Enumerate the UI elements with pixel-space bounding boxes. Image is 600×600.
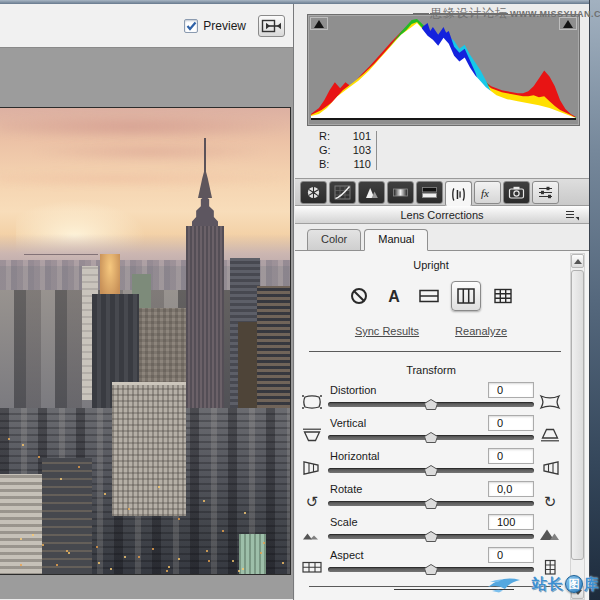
histogram-baseline bbox=[311, 118, 576, 120]
horizontal-value-input[interactable] bbox=[488, 448, 534, 464]
panel-title: Lens Corrections bbox=[400, 209, 483, 221]
photo-building bbox=[0, 474, 42, 575]
shadow-clipping-button[interactable] bbox=[310, 17, 328, 30]
rotate-slider-thumb[interactable] bbox=[424, 498, 439, 511]
histogram-plot-wrap bbox=[311, 19, 576, 118]
preview-checkbox-box[interactable] bbox=[184, 19, 198, 33]
scrollbar-thumb[interactable] bbox=[571, 270, 584, 560]
histogram-plot bbox=[311, 19, 576, 118]
panel-scrollbar[interactable] bbox=[570, 253, 585, 600]
distortion-label: Distortion bbox=[328, 384, 376, 396]
tab-color[interactable]: Color bbox=[307, 229, 361, 251]
vertical-slider-row: Vertical bbox=[299, 414, 563, 442]
distortion-slider-row: Distortion bbox=[299, 381, 563, 409]
watermark-flame-icon bbox=[486, 572, 532, 596]
photo-lit-tower bbox=[100, 254, 120, 298]
scroll-up-button[interactable] bbox=[571, 254, 584, 268]
preview-checkbox[interactable]: Preview bbox=[184, 19, 246, 33]
upright-off-button[interactable] bbox=[346, 283, 372, 309]
b-label: B: bbox=[319, 157, 337, 171]
horizontal-slider-row: Horizontal bbox=[299, 447, 563, 475]
panel-icon-strip: fx bbox=[295, 178, 589, 206]
horizontal-track[interactable] bbox=[328, 465, 534, 476]
rotate-track[interactable] bbox=[328, 498, 534, 509]
split-toning-panel-icon[interactable] bbox=[416, 181, 443, 204]
rotate-ccw-icon bbox=[299, 495, 325, 509]
lens-corrections-panel-icon[interactable] bbox=[445, 181, 472, 207]
detail-panel-icon[interactable] bbox=[358, 181, 385, 204]
sync-results-link[interactable]: Sync Results bbox=[355, 325, 419, 337]
rgb-divider bbox=[376, 131, 377, 170]
aspect-label: Aspect bbox=[328, 549, 364, 561]
aspect-slider: Aspect bbox=[325, 546, 537, 575]
presets-panel-icon[interactable] bbox=[532, 181, 559, 204]
panel-header: Lens Corrections bbox=[295, 206, 589, 224]
vertical-label: Vertical bbox=[328, 417, 366, 429]
watermark-text-2: 库 bbox=[584, 575, 600, 594]
rotate-slider-row: Rotate bbox=[299, 480, 563, 508]
keystone-bottom-icon bbox=[537, 427, 563, 443]
pincushion-distortion-icon bbox=[537, 394, 563, 410]
level-icon bbox=[418, 287, 440, 305]
aspect-slider-row: Aspect bbox=[299, 546, 563, 574]
upright-level-button[interactable] bbox=[416, 283, 442, 309]
histogram[interactable] bbox=[307, 14, 580, 126]
watermark-text-1: 站长 bbox=[532, 575, 564, 594]
svg-text:A: A bbox=[388, 288, 400, 305]
fullscreen-toggle-icon bbox=[261, 18, 282, 34]
panel-menu-button[interactable] bbox=[565, 209, 579, 223]
upright-options: A bbox=[299, 279, 563, 313]
rotate-value-input[interactable] bbox=[488, 481, 534, 497]
preview-image[interactable] bbox=[0, 107, 291, 575]
aspect-value-input[interactable] bbox=[488, 547, 534, 563]
basic-panel-icon[interactable] bbox=[300, 181, 327, 204]
photo-building bbox=[42, 458, 92, 575]
empire-state-shaft bbox=[186, 226, 224, 416]
tone-curve-panel-icon[interactable] bbox=[329, 181, 356, 204]
scale-track[interactable] bbox=[328, 531, 534, 542]
aspect-slider-thumb[interactable] bbox=[424, 564, 439, 577]
check-icon bbox=[186, 21, 197, 31]
manual-tab-content: Upright A Sync Results bbox=[295, 251, 589, 600]
keystone-right-icon bbox=[537, 460, 563, 476]
upright-auto-button[interactable]: A bbox=[381, 283, 407, 309]
horizontal-slider-thumb[interactable] bbox=[424, 465, 439, 478]
preview-workspace bbox=[0, 48, 293, 599]
scale-slider-thumb[interactable] bbox=[424, 531, 439, 544]
arrow-up-icon bbox=[574, 259, 582, 264]
distortion-slider-thumb[interactable] bbox=[424, 399, 439, 412]
lens-tabs: Color Manual bbox=[295, 224, 589, 251]
r-value: 101 bbox=[337, 129, 371, 143]
tab-manual[interactable]: Manual bbox=[364, 229, 428, 251]
toggle-fullscreen-button[interactable] bbox=[258, 15, 285, 37]
keystone-top-icon bbox=[299, 427, 325, 443]
r-label: R: bbox=[319, 129, 337, 143]
photo-window-lights bbox=[20, 538, 22, 540]
vertical-value-input[interactable] bbox=[488, 415, 534, 431]
watermark-url-text: WWW.MISSYUAN.COM bbox=[510, 9, 600, 19]
preview-label: Preview bbox=[203, 19, 246, 33]
rotate-slider: Rotate bbox=[325, 480, 537, 509]
transform-title: Transform bbox=[299, 364, 563, 376]
shadow-clipping-icon bbox=[314, 20, 324, 28]
upright-vertical-button[interactable] bbox=[451, 281, 481, 311]
photo-cloud bbox=[0, 114, 291, 140]
scale-up-icon bbox=[537, 526, 563, 542]
vertical-slider: Vertical bbox=[325, 414, 537, 443]
distortion-value-input[interactable] bbox=[488, 382, 534, 398]
scale-value-input[interactable] bbox=[488, 514, 534, 530]
distortion-track[interactable] bbox=[328, 399, 534, 410]
reanalyze-link[interactable]: Reanalyze bbox=[455, 325, 507, 337]
rotate-label: Rotate bbox=[328, 483, 362, 495]
aspect-wide-icon bbox=[299, 559, 325, 575]
vertical-slider-thumb[interactable] bbox=[424, 432, 439, 445]
upright-full-button[interactable] bbox=[490, 283, 516, 309]
camera-calibration-panel-icon[interactable] bbox=[503, 181, 530, 204]
hsl-grayscale-panel-icon[interactable] bbox=[387, 181, 414, 204]
effects-panel-icon[interactable]: fx bbox=[474, 181, 501, 204]
site-watermark-bottom: 站长 图 库 bbox=[486, 572, 600, 596]
upright-links: Sync Results Reanalyze bbox=[299, 325, 563, 337]
vertical-track[interactable] bbox=[328, 432, 534, 443]
photo-building bbox=[112, 382, 186, 516]
horizontal-label: Horizontal bbox=[328, 450, 380, 462]
